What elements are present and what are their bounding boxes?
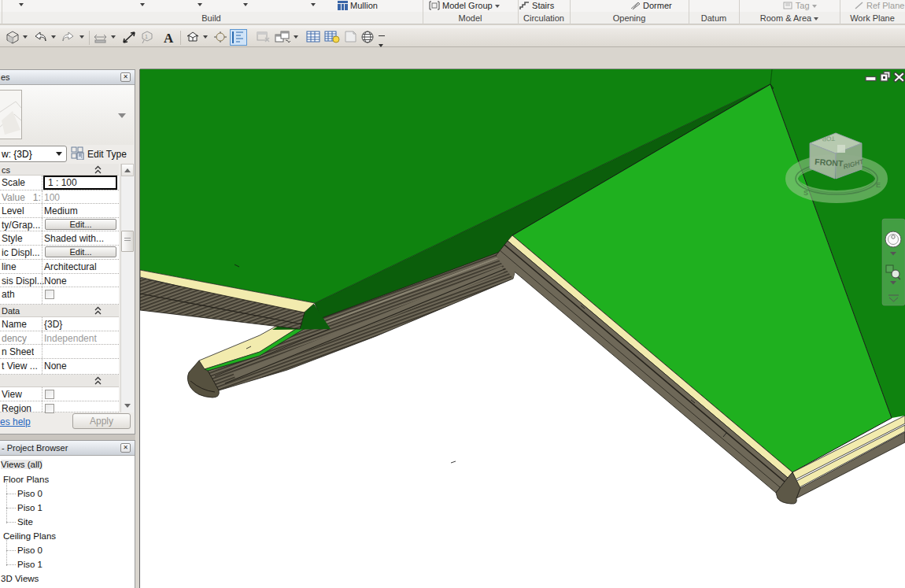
- svg-text:1: 1: [145, 34, 148, 39]
- svg-text:A: A: [164, 31, 174, 44]
- svg-text:TOP: TOP: [822, 135, 836, 142]
- svg-text:E: E: [876, 181, 881, 189]
- svg-text:FRONT: FRONT: [814, 157, 844, 168]
- svg-text:S: S: [803, 189, 808, 197]
